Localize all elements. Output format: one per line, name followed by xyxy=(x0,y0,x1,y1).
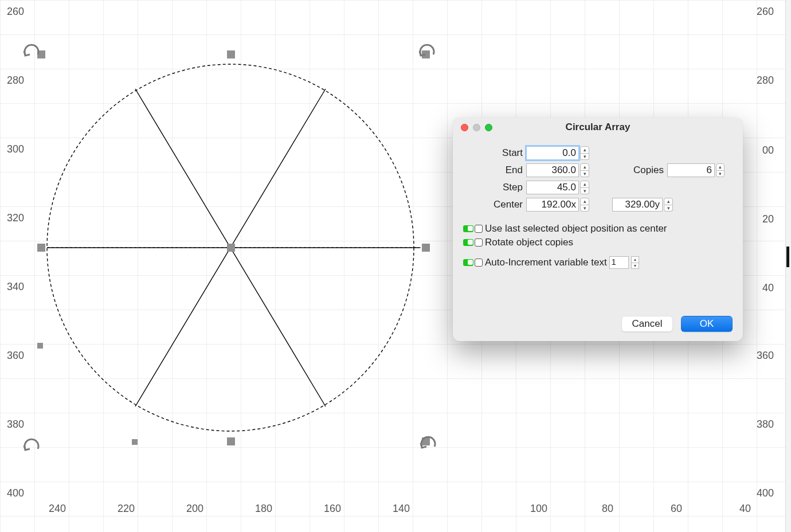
checkbox-icon xyxy=(475,238,483,247)
toggle-rotate-copies[interactable]: Rotate object copies xyxy=(463,237,733,248)
selection-handle[interactable] xyxy=(37,244,45,252)
copies-label: Copies xyxy=(612,165,667,176)
auto-increment-label: Auto-Increment variable text xyxy=(485,257,607,268)
side-tab[interactable] xyxy=(786,247,789,267)
selection-handle[interactable] xyxy=(422,244,430,252)
rotate-handle-icon[interactable] xyxy=(420,434,437,453)
checkbox-icon xyxy=(475,259,483,267)
toggle-auto-increment[interactable]: Auto-Increment variable text 1 ▴▾ xyxy=(463,256,733,269)
copies-stepper[interactable]: ▴▾ xyxy=(716,163,725,177)
ruler-tick-left: 280 xyxy=(7,75,24,87)
ruler-tick-left: 380 xyxy=(7,418,24,431)
ruler-tick-right: 380 xyxy=(757,418,774,431)
dialog-titlebar[interactable]: Circular Array xyxy=(453,118,743,137)
ruler-tick-left: 300 xyxy=(7,143,24,155)
center-x-stepper[interactable]: ▴▾ xyxy=(580,198,589,212)
ruler-tick-bottom: 40 xyxy=(739,503,751,515)
rotate-handle-icon[interactable] xyxy=(23,42,40,61)
selection-handle[interactable] xyxy=(132,439,138,445)
ruler-tick-right: 400 xyxy=(757,487,774,499)
ruler-tick-bottom: 80 xyxy=(602,503,613,515)
ruler-tick-right: 20 xyxy=(762,213,774,225)
ruler-tick-bottom: 140 xyxy=(393,503,410,515)
selection-handle[interactable] xyxy=(227,437,235,445)
rotate-copies-label: Rotate object copies xyxy=(485,237,573,248)
end-label: End xyxy=(463,165,526,176)
center-x-field[interactable]: 192.00x xyxy=(526,198,579,212)
selection-handle[interactable] xyxy=(227,244,235,252)
ok-button[interactable]: OK xyxy=(681,316,733,332)
end-field[interactable]: 360.0 xyxy=(526,163,579,177)
center-label: Center xyxy=(463,199,526,210)
step-field[interactable]: 45.0 xyxy=(526,181,579,194)
ruler-tick-left: 340 xyxy=(7,281,24,293)
center-y-stepper[interactable]: ▴▾ xyxy=(664,198,673,212)
ruler-tick-right: 00 xyxy=(762,144,774,157)
step-label: Step xyxy=(463,182,526,193)
circular-array-dialog: Circular Array Start 0.0 ▴▾ End 360.0 ▴▾… xyxy=(453,118,743,341)
ruler-tick-left: 360 xyxy=(7,350,24,362)
start-field[interactable]: 0.0 xyxy=(526,146,579,160)
ruler-tick-bottom: 200 xyxy=(186,503,203,515)
selection-handle[interactable] xyxy=(227,50,235,58)
center-y-field[interactable]: 329.00y xyxy=(612,198,663,212)
ruler-tick-bottom: 220 xyxy=(118,503,135,515)
ruler-tick-right: 280 xyxy=(757,75,774,87)
end-stepper[interactable]: ▴▾ xyxy=(580,163,589,177)
auto-increment-field[interactable]: 1 xyxy=(609,256,629,269)
start-stepper[interactable]: ▴▾ xyxy=(580,146,589,160)
ruler-tick-bottom: 240 xyxy=(49,503,66,515)
switch-on-icon xyxy=(463,225,473,232)
ruler-tick-bottom: 180 xyxy=(255,503,272,515)
ruler-tick-left: 320 xyxy=(7,212,24,224)
ruler-tick-right: 40 xyxy=(762,282,774,294)
auto-increment-stepper[interactable]: ▴▾ xyxy=(631,256,639,269)
selection-handle[interactable] xyxy=(37,343,43,349)
ruler-tick-left: 400 xyxy=(7,487,24,499)
ruler-tick-right: 360 xyxy=(757,350,774,362)
ruler-tick-bottom: 100 xyxy=(530,503,547,515)
dialog-title: Circular Array xyxy=(453,122,743,133)
ruler-tick-left: 260 xyxy=(7,6,24,18)
rotate-handle-icon[interactable] xyxy=(418,42,436,61)
ruler-tick-bottom: 160 xyxy=(324,503,341,515)
use-last-label: Use last selected object position as cen… xyxy=(485,223,667,234)
checkbox-icon xyxy=(475,225,483,233)
rotate-handle-icon[interactable] xyxy=(23,436,40,456)
cancel-button[interactable]: Cancel xyxy=(621,316,673,332)
switch-on-icon xyxy=(463,239,473,246)
copies-field[interactable]: 6 xyxy=(667,163,715,177)
switch-on-icon xyxy=(463,259,473,266)
step-stepper[interactable]: ▴▾ xyxy=(580,181,589,194)
start-label: Start xyxy=(463,147,526,159)
ruler-tick-right: 260 xyxy=(757,6,774,18)
selected-object[interactable] xyxy=(40,49,441,464)
ruler-tick-bottom: 60 xyxy=(671,503,682,515)
toggle-use-last[interactable]: Use last selected object position as cen… xyxy=(463,223,733,234)
